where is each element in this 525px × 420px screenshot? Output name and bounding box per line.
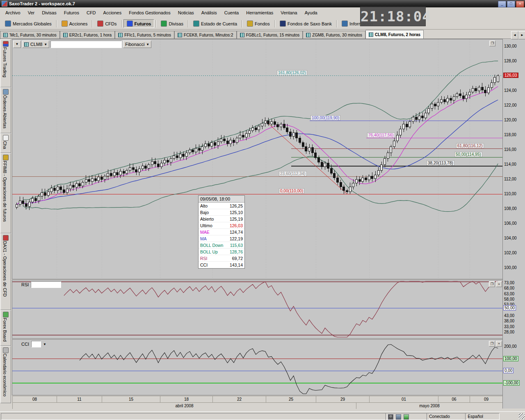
fondos-button[interactable]: Fondos	[244, 19, 273, 28]
menu-cuenta[interactable]: Cuenta	[221, 9, 242, 16]
cci-input[interactable]	[31, 341, 41, 347]
fib-level-61-80: 61,80(116,12)	[456, 143, 484, 148]
symbol-combo[interactable]: CLM8 ▼	[22, 41, 49, 48]
sidebar-panel-dax1-operaciones-de-cfd[interactable]: DAX1 - Operaciones de CFD	[0, 233, 11, 310]
chart-tab-icon	[118, 33, 123, 37]
sidebar-panel-futures-trading[interactable]: Futures Trading	[0, 39, 11, 87]
menu-archivo[interactable]: Archivo	[2, 9, 24, 16]
cfd-icon	[97, 21, 103, 27]
tab-ffic1-futuros-5-minutos[interactable]: FFIc1, Futuros, 5 minutos	[115, 31, 174, 39]
window-buttons: _ □ ×	[498, 1, 524, 7]
sidebar-panel-órdenes-abiertas[interactable]: Órdenes Abiertas	[0, 87, 11, 133]
tab-fgblc1-futuros-15-minutos[interactable]: FGBLc1, Futuros, 15 minutos	[237, 31, 303, 39]
tab-er2c1-futuros-1-hora[interactable]: ER2c1, Futuros, 1 hora	[60, 31, 115, 39]
estado-de-cuenta-button[interactable]: Estado de Cuenta	[190, 19, 240, 28]
lock-icon[interactable]	[404, 414, 409, 420]
tab-zgm8-futuros-30-minutos[interactable]: ZGM8, Futuros, 30 minutos	[303, 31, 365, 39]
fib-level-23-60: 23,60(112,34)	[279, 171, 307, 176]
menu-acciones[interactable]: Acciones	[100, 9, 126, 16]
toolbar-button-label: CFDs	[105, 21, 116, 26]
cci-level-badge: -100,00	[503, 380, 520, 386]
tab-mc1-futuros-30-minutos[interactable]: 'Mc1, Futuros, 30 minutos	[0, 31, 60, 39]
drawing-tool-combo[interactable]: Fibonacci ▼	[123, 41, 151, 48]
restore-icon[interactable]: ❐	[489, 341, 495, 347]
connection-icon[interactable]	[396, 414, 401, 420]
restore-icon[interactable]: ❐	[489, 281, 495, 287]
symbol-search-input[interactable]	[50, 41, 122, 48]
menu-ventana[interactable]: Ventana	[277, 9, 301, 16]
rsi-tick: 73,00	[504, 281, 514, 285]
menu-noticias[interactable]: Noticias	[174, 9, 198, 16]
tooltip-value: 126,03	[230, 223, 243, 228]
main-price-chart[interactable]	[12, 39, 502, 279]
price-tick: 120,00	[504, 118, 517, 122]
chart-menu-dropdown[interactable]: ▼	[13, 41, 21, 48]
tab-label: ZGM8, Futuros, 30 minutos	[312, 33, 362, 37]
acciones-button[interactable]: Acciones	[58, 19, 91, 28]
user-icon[interactable]	[388, 414, 393, 420]
divisas-button[interactable]: Divisas	[158, 19, 186, 28]
cci-indicator-chart[interactable]	[12, 340, 502, 395]
tooltip-label: Ultimo	[200, 223, 212, 228]
menu-herramientas[interactable]: Herramientas	[242, 9, 277, 16]
resize-grip[interactable]	[519, 413, 525, 419]
tab-clm8-futuros-2-horas[interactable]: CLM8, Futuros, 2 horas	[365, 30, 424, 39]
sidebar-panel-calendario-económico[interactable]: Calendario económico	[0, 346, 11, 403]
rsi-input[interactable]	[31, 281, 61, 288]
toolbar-separator	[274, 20, 275, 27]
main-chart-window-buttons: ❐	[489, 41, 495, 46]
mercados-globales-button[interactable]: Mercados Globales	[2, 19, 55, 28]
tab-label: CLM8, Futuros, 2 horas	[375, 32, 420, 37]
month-label: mayo 2008	[356, 402, 502, 409]
sidebar-panel-forex-board[interactable]: Forex Board	[0, 310, 11, 346]
tooltip-timestamp: 09/05/08, 18:00	[199, 196, 244, 203]
menu-fondos-gestionados[interactable]: Fondos Gestionados	[125, 9, 174, 16]
sidebar-panel-ffim8-operaciones-de-futuros[interactable]: FFIM8 - Operaciones de futuros	[0, 153, 11, 233]
minimize-button[interactable]: _	[498, 1, 506, 7]
menu-futuros[interactable]: Futuros	[60, 9, 83, 16]
menu-cfd[interactable]: CFD	[83, 9, 100, 16]
tooltip-label: RSI	[200, 256, 208, 261]
toolbar-separator	[242, 20, 242, 27]
menubar: ArchivoVerDivisasFuturosCFDAccionesFondo…	[0, 7, 525, 18]
tooltip-label: Alto	[200, 203, 208, 208]
sidebar-panel-label: Cha	[2, 141, 7, 149]
close-icon[interactable]: ×	[496, 281, 502, 287]
maximize-button[interactable]: □	[507, 1, 515, 7]
close-button[interactable]: ×	[516, 1, 524, 7]
price-tick: 116,00	[504, 147, 516, 152]
menu-análisis[interactable]: Análisis	[198, 9, 221, 16]
ohlc-tooltip: 09/05/08, 18:00 Alto126,25Bajo125,10Abie…	[198, 195, 245, 269]
restore-icon[interactable]: ❐	[489, 41, 495, 46]
open-orders-icon	[3, 89, 9, 95]
price-tick: 122,00	[504, 103, 517, 107]
price-tick: 128,00	[504, 59, 517, 63]
menu-ayuda[interactable]: Ayuda	[301, 9, 321, 16]
rsi-indicator-chart[interactable]	[12, 280, 502, 338]
tooltip-row-boll-down: BOLL Down115,63	[199, 242, 244, 249]
sidebar-panel-label: Órdenes Abiertas	[2, 95, 7, 128]
clock-overlay: 21:18:04	[360, 7, 426, 26]
futuros-button[interactable]: Futuros	[123, 19, 155, 28]
tooltip-row-alto: Alto126,25	[199, 203, 244, 209]
chart-tab-icon	[63, 33, 68, 37]
rsi-window-buttons: ❐ ×	[489, 281, 502, 287]
cfds-button[interactable]: CFDs	[94, 19, 120, 28]
menu-divisas[interactable]: Divisas	[38, 9, 60, 16]
sidebar-panel-label: DAX1 - Operaciones de CFD	[2, 241, 7, 297]
tab-fcek8-futuros-minutos-2[interactable]: FCEK8, Futuros, Minutos:2	[174, 31, 237, 39]
tooltip-row-mae: MAE124,74	[199, 229, 244, 235]
sidebar-panel-cha[interactable]: Cha	[0, 133, 11, 153]
close-icon[interactable]: ×	[496, 341, 502, 347]
fondos-de-saxo-bank-button[interactable]: Fondos de Saxo Bank	[276, 19, 335, 28]
menu-ver[interactable]: Ver	[24, 9, 39, 16]
chart-tab-icon	[3, 33, 8, 37]
price-tick: 100,00	[504, 265, 517, 270]
chart-tab-icon	[240, 33, 244, 37]
price-tick: 108,00	[504, 206, 517, 211]
sidebar-panel-label: FFIM8 - Operaciones de futuros	[2, 161, 7, 222]
tab-scroll-right-icon[interactable]: ►	[518, 31, 525, 39]
saxotrader-window: SaxoTrader 2 - workspace.ok.7 _ □ × Arch…	[0, 0, 525, 420]
drawing-tool-value: Fibonacci	[125, 42, 144, 47]
tab-scroll-left-icon[interactable]: ◄	[511, 31, 518, 39]
